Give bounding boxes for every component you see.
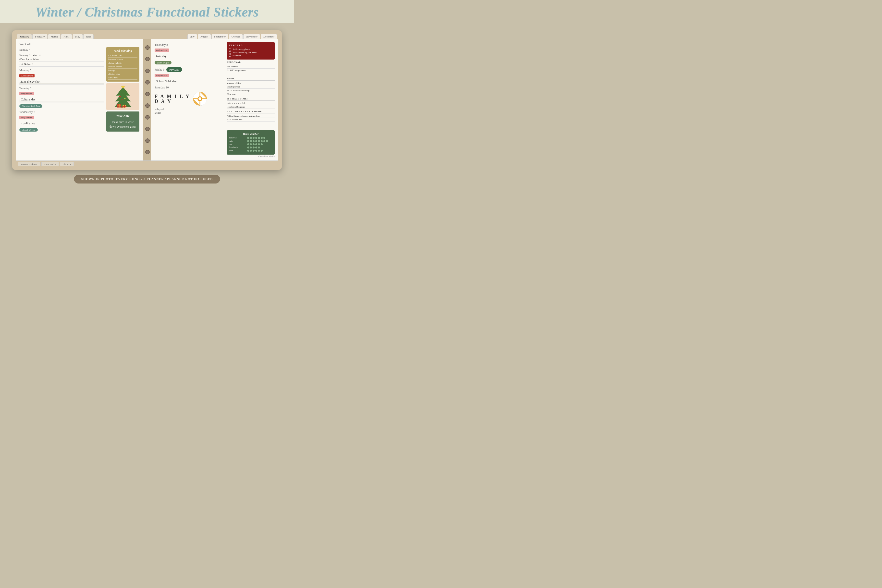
wednesday-entry-1: : royality day xyxy=(20,121,104,126)
page-title: Winter / Christmas Functional Stickers xyxy=(0,4,294,20)
pay-day-sticker: Pay Day xyxy=(166,67,182,72)
take-note-text: make sure to write down everyone's gifts… xyxy=(109,120,137,129)
saturday-volleyball: volleyball@7pm xyxy=(154,107,224,115)
footer-caption: SHOWN IN PHOTO: EVERYTHING 2.0 PLANNER /… xyxy=(74,175,220,183)
meal-planning-box: Meal Planning Eat out w/ Girls homemade … xyxy=(106,47,140,82)
week-label: Week of: xyxy=(20,42,140,46)
month-tabs-right: July August September October November D… xyxy=(188,34,277,39)
target-item-2: finish decorating this week! xyxy=(229,51,273,54)
habit-dot xyxy=(250,137,252,139)
spiral-hole-10 xyxy=(145,150,150,154)
bottom-tab-stickers[interactable]: stickers xyxy=(60,162,74,166)
tab-november[interactable]: November xyxy=(243,34,260,39)
habit-name-4: devotionals xyxy=(229,146,246,148)
spiral-hole-6 xyxy=(145,104,150,108)
meal-item-1: Eat out w/ Girls xyxy=(108,54,138,58)
habit-name-2: water xyxy=(229,140,246,142)
main-area: January February March April May June Ju… xyxy=(0,23,294,188)
tab-september[interactable]: September xyxy=(212,34,228,39)
habit-dot xyxy=(247,147,249,148)
tab-december[interactable]: December xyxy=(261,34,277,39)
day-wednesday: Wednesday 7 early release : royality day… xyxy=(20,110,104,132)
header-banner: Winter / Christmas Functional Stickers xyxy=(0,0,294,23)
habit-row-3: read xyxy=(229,143,273,145)
svg-rect-5 xyxy=(117,106,121,106)
thursday-event-sticker: youth @ 7pm xyxy=(154,61,171,64)
thursday-label: Thursday 8 xyxy=(154,43,224,47)
meal-item-2: homemade tacos xyxy=(108,58,138,61)
habit-dot xyxy=(255,143,257,145)
habit-dots-3 xyxy=(247,143,262,145)
tab-july[interactable]: July xyxy=(188,34,197,39)
monday-content: 11am allergy shot xyxy=(20,79,104,84)
tab-august[interactable]: August xyxy=(198,34,211,39)
tab-june[interactable]: June xyxy=(83,34,94,39)
work-line-4: Blog posts xyxy=(227,92,274,96)
left-days-column: Sunday 4 Sunday Service ♡ #Boss Apprecia… xyxy=(20,47,104,134)
right-page-inner: Thursday 8 early release : twin day yout… xyxy=(154,42,274,154)
habit-row-2: water xyxy=(229,140,273,142)
personal-line-2: do SMG assignments xyxy=(227,69,274,72)
bottom-tab-extra-pages[interactable]: extra pages xyxy=(41,162,59,166)
habit-dot xyxy=(255,137,257,139)
habit-dot xyxy=(261,140,262,142)
habit-dot xyxy=(258,150,260,152)
sunday-label: Sunday 4 xyxy=(20,48,104,52)
spiral-hole-5 xyxy=(145,92,150,96)
wednesday-label: Wednesday 7 xyxy=(20,110,104,114)
habit-dot xyxy=(258,147,260,148)
tab-may[interactable]: May xyxy=(72,34,83,39)
habit-dot xyxy=(258,143,260,145)
habit-dot xyxy=(250,150,252,152)
tab-april[interactable]: April xyxy=(61,34,72,39)
next-week-section: NEXT WEEK / BRAIN DUMP All the things cu… xyxy=(227,110,274,129)
habit-dot xyxy=(261,150,262,152)
svg-point-14 xyxy=(198,97,201,100)
day-saturday: Saturday 10 F A M I L YD A Y xyxy=(154,86,224,115)
habit-tracker-box: Habit Tracker daily walk water xyxy=(227,130,274,154)
target-text-1: finish taking photos xyxy=(232,48,250,51)
family-day-text: F A M I L YD A Y xyxy=(154,94,190,104)
day-tuesday: Tuesday 6 early release : Cultural day D… xyxy=(20,87,104,108)
svg-point-9 xyxy=(119,96,120,97)
friday-early-release-sticker: early release xyxy=(154,74,169,77)
habit-name-5: meds xyxy=(229,150,246,152)
bottom-tab-custom-sections[interactable]: custom sections xyxy=(18,162,40,166)
habit-dot xyxy=(247,143,249,145)
meal-item-4: chicken alfredo xyxy=(108,65,138,69)
next-week-title: NEXT WEEK / BRAIN DUMP xyxy=(227,110,274,113)
personal-title: PERSONAL xyxy=(227,61,274,64)
target-item-1: finish taking photos xyxy=(229,48,273,51)
svg-marker-0 xyxy=(114,87,132,107)
if-have-time-line-2: look for rabbit props xyxy=(227,105,274,109)
next-week-line-4 xyxy=(227,125,274,129)
tuesday-entry-1: : Cultural day xyxy=(20,97,104,102)
month-tabs-left: January February March April May June xyxy=(17,34,94,39)
work-title: WORK xyxy=(227,77,274,81)
tab-march[interactable]: March xyxy=(48,34,60,39)
thursday-entry-1: : twin day xyxy=(154,54,224,58)
target-circle-1 xyxy=(229,48,231,51)
habit-dot xyxy=(255,147,257,148)
tab-january[interactable]: January xyxy=(17,34,32,39)
svg-rect-8 xyxy=(122,106,126,106)
take-note-title: Take Note xyxy=(109,114,137,118)
habit-dots-5 xyxy=(247,150,262,152)
habit-dot xyxy=(250,143,252,145)
habit-dot xyxy=(255,150,257,152)
target-text-3: call mom xyxy=(232,54,241,57)
thursday-content: : twin day xyxy=(154,53,224,59)
work-line-1: seasonal editing xyxy=(227,81,274,85)
right-days-column: Thursday 8 early release : twin day yout… xyxy=(154,42,224,154)
target-text-2: finish decorating this week! xyxy=(232,51,257,54)
tab-february[interactable]: February xyxy=(32,34,48,39)
habit-dot xyxy=(253,137,255,139)
habit-tracker-title: Habit Tracker xyxy=(229,132,273,135)
personal-line-1: turn in meds xyxy=(227,65,274,69)
meal-planning-title: Meal Planning xyxy=(108,49,138,52)
friday-entry-1: : School Spirit day xyxy=(154,79,224,84)
tab-october[interactable]: October xyxy=(229,34,243,39)
meal-item-6: chicken salad xyxy=(108,72,138,76)
tuesday-event-sticker: Discipleship @ 7pm xyxy=(20,104,42,108)
svg-rect-7 xyxy=(124,105,125,108)
